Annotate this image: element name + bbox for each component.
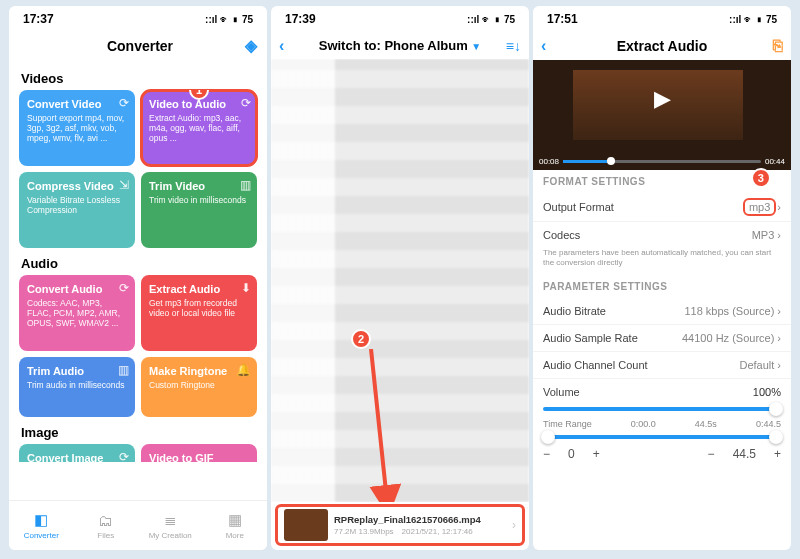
callout-arrow-icon [363, 349, 403, 502]
export-button[interactable]: ⎘ [773, 37, 783, 55]
row-codecs[interactable]: Codecs MP3› [533, 222, 791, 248]
start-minus-button[interactable]: − [543, 447, 550, 461]
files-icon: 🗂 [98, 512, 113, 529]
section-label-image: Image [9, 417, 267, 444]
media-grid[interactable]: 2 [271, 59, 529, 502]
card-extract-audio[interactable]: ⬇ Extract Audio Get mp3 from recorded vi… [141, 275, 257, 351]
chevron-down-icon: ▼ [471, 41, 481, 52]
codecs-label: Codecs [543, 229, 580, 241]
bell-icon: 🔔 [236, 363, 251, 377]
file-thumbnail [284, 509, 328, 541]
sort-button[interactable]: ≡↓ [506, 38, 521, 54]
back-button[interactable]: ‹ [279, 37, 284, 55]
card-video-to-gif[interactable]: Video to GIF [141, 444, 257, 462]
callout-marker-2: 2 [351, 329, 371, 349]
chevron-right-icon: › [777, 229, 781, 241]
callout-marker-3: 3 [751, 168, 771, 188]
status-icons: ::ıl ᯤ ▮75 [467, 14, 515, 25]
tab-bar: ◧Converter 🗂Files ≣My Creation ▦More [9, 500, 267, 550]
play-icon[interactable]: ▶ [654, 86, 671, 112]
status-bar: 17:51 ::ıl ᯤ ▮75 [533, 6, 791, 32]
row-volume: Volume 100% [533, 379, 791, 405]
row-bitrate[interactable]: Audio Bitrate 118 kbps (Source)› [533, 298, 791, 325]
status-time: 17:37 [23, 12, 54, 26]
codec-hint: The parameters have been automatically m… [533, 248, 791, 275]
tab-converter[interactable]: ◧Converter [9, 501, 74, 550]
more-icon: ▦ [228, 511, 242, 529]
format-settings-header: FORMAT SETTINGS 3 [533, 170, 791, 193]
status-bar: 17:37 ::ıl ᯤ ▮75 [9, 6, 267, 32]
section-label-audio: Audio [9, 248, 267, 275]
card-convert-image[interactable]: ⟳ Convert Image [19, 444, 135, 462]
creation-icon: ≣ [164, 511, 177, 529]
selected-file-bar[interactable]: RPReplay_Final1621570666.mp4 77.2M 13.9M… [275, 504, 525, 546]
time-range-steppers: − 0 + − 44.5 + [533, 443, 791, 465]
screen-album: 17:39 ::ıl ᯤ ▮75 ‹ Switch to: Phone Albu… [271, 6, 529, 550]
convert-audio-icon: ⟳ [119, 281, 129, 295]
page-title: Extract Audio [617, 38, 708, 54]
end-plus-button[interactable]: + [774, 447, 781, 461]
tab-more[interactable]: ▦More [203, 501, 268, 550]
status-icons: ::ıl ᯤ ▮75 [205, 14, 253, 25]
status-time: 17:39 [285, 12, 316, 26]
card-video-to-audio[interactable]: 1 ⟳ Video to Audio Extract Audio: mp3, a… [141, 90, 257, 166]
card-compress-video[interactable]: ⇲ Compress Video Variable Bitrate Lossle… [19, 172, 135, 248]
status-time: 17:51 [547, 12, 578, 26]
time-range-slider[interactable] [543, 435, 781, 439]
time-range-labels: Time Range 0:00.0 44.5s 0:44.5 [533, 419, 791, 429]
chevron-right-icon: › [777, 359, 781, 371]
video-player[interactable]: ▶ 00:08 00:44 [533, 60, 791, 170]
end-minus-button[interactable]: − [708, 447, 715, 461]
screen-extract-audio: 17:51 ::ıl ᯤ ▮75 ‹ Extract Audio ⎘ ▶ 00:… [533, 6, 791, 550]
time-current: 00:08 [539, 157, 559, 166]
volume-value: 100% [753, 386, 781, 398]
converter-icon: ◧ [34, 511, 48, 529]
chevron-right-icon: › [777, 305, 781, 317]
output-format-value: mp3 [745, 200, 774, 214]
premium-icon[interactable]: ◈ [245, 36, 257, 55]
chevron-right-icon: › [777, 332, 781, 344]
screen-converter: 17:37 ::ıl ᯤ ▮75 Converter ◈ Videos ⟳ Co… [9, 6, 267, 550]
trim-icon: ▥ [240, 178, 251, 192]
start-plus-button[interactable]: + [593, 447, 600, 461]
output-format-label: Output Format [543, 201, 614, 213]
card-trim-video[interactable]: ▥ Trim Video Trim video in milliseconds [141, 172, 257, 248]
video-to-audio-icon: ⟳ [241, 96, 251, 110]
back-button[interactable]: ‹ [541, 37, 546, 55]
card-trim-audio[interactable]: ▥ Trim Audio Trim audio in milliseconds [19, 357, 135, 417]
page-title: Converter [107, 38, 173, 54]
status-bar: 17:39 ::ıl ᯤ ▮75 [271, 6, 529, 32]
row-output-format[interactable]: Output Format mp3› [533, 193, 791, 222]
convert-image-icon: ⟳ [119, 450, 129, 462]
time-total: 00:44 [765, 157, 785, 166]
section-label-videos: Videos [9, 63, 267, 90]
file-name: RPReplay_Final1621570666.mp4 [334, 514, 506, 525]
row-samplerate[interactable]: Audio Sample Rate 44100 Hz (Source)› [533, 325, 791, 352]
compress-icon: ⇲ [119, 178, 129, 192]
card-convert-audio[interactable]: ⟳ Convert Audio Codecs: AAC, MP3, FLAC, … [19, 275, 135, 351]
card-convert-video[interactable]: ⟳ Convert Video Support export mp4, mov,… [19, 90, 135, 166]
chevron-right-icon: › [777, 201, 781, 213]
convert-video-icon: ⟳ [119, 96, 129, 110]
chevron-right-icon: › [512, 518, 516, 532]
tab-my-creation[interactable]: ≣My Creation [138, 501, 203, 550]
row-channel[interactable]: Audio Channel Count Default› [533, 352, 791, 379]
start-value: 0 [568, 447, 575, 461]
file-size: 77.2M 13.9Mbps [334, 527, 394, 536]
status-icons: ::ıl ᯤ ▮75 [729, 14, 777, 25]
card-make-ringtone[interactable]: 🔔 Make Ringtone Custom Ringtone [141, 357, 257, 417]
header-bar: Converter ◈ [9, 32, 267, 63]
trim-audio-icon: ▥ [118, 363, 129, 377]
header-bar: ‹ Extract Audio ⎘ [533, 32, 791, 60]
parameter-settings-header: PARAMETER SETTINGS [533, 275, 791, 298]
end-value: 44.5 [733, 447, 756, 461]
volume-slider[interactable] [543, 407, 781, 411]
progress-bar[interactable]: 00:08 00:44 [539, 157, 785, 166]
header-bar: ‹ Switch to: Phone Album ▼ ≡↓ [271, 32, 529, 59]
file-date: 2021/5/21, 12:17:46 [402, 527, 473, 536]
svg-line-0 [371, 349, 387, 501]
album-switcher[interactable]: Switch to: Phone Album ▼ [319, 38, 482, 53]
download-icon: ⬇ [241, 281, 251, 295]
tab-files[interactable]: 🗂Files [74, 501, 139, 550]
codecs-value: MP3 [752, 229, 775, 241]
